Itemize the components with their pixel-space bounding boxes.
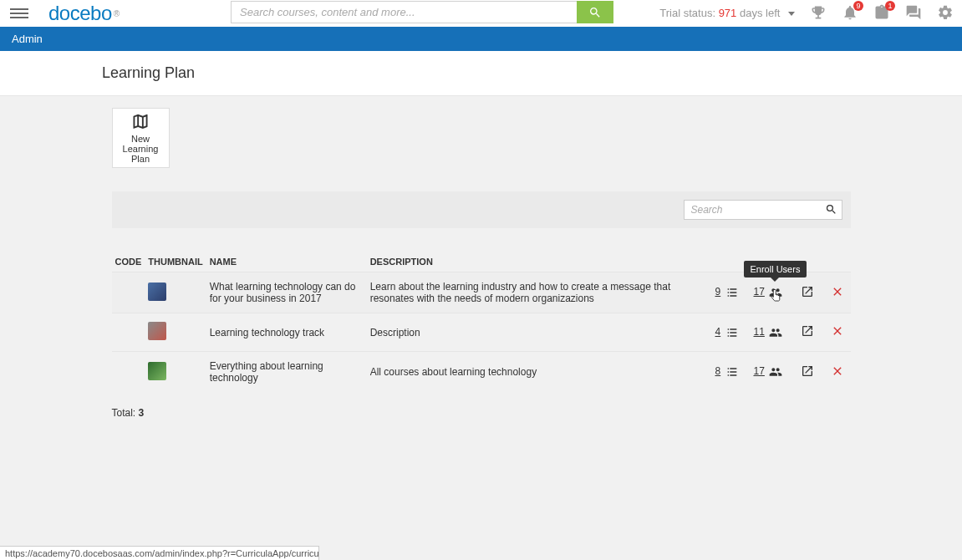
- cell-description: Description: [367, 313, 712, 352]
- page-body: Learning Plan New Learning Plan CODE THU…: [0, 51, 962, 560]
- delete-button[interactable]: [827, 352, 851, 393]
- notification-badge: 9: [853, 1, 863, 11]
- users-icon: [769, 286, 782, 299]
- courses-count-button[interactable]: 4: [712, 313, 751, 352]
- edit-button[interactable]: [797, 313, 827, 352]
- table-row: What learning technology can do for your…: [112, 272, 851, 313]
- menu-toggle-icon[interactable]: [10, 4, 28, 23]
- list-icon: [725, 286, 739, 299]
- cell-name: What learning technology can do for your…: [206, 272, 367, 313]
- col-description[interactable]: DESCRIPTION: [367, 252, 712, 272]
- learning-plan-table: CODE THUMBNAIL NAME DESCRIPTION What lea…: [112, 252, 851, 392]
- thumbnail-image: [148, 362, 166, 380]
- cell-description: Learn about the learning industry and ho…: [367, 272, 712, 313]
- trial-status[interactable]: Trial status: 971 days left: [659, 7, 795, 19]
- table-header-row: CODE THUMBNAIL NAME DESCRIPTION: [112, 252, 851, 272]
- table-row: Learning technology track Description 4 …: [112, 313, 851, 352]
- thumbnail-image: [148, 322, 166, 340]
- col-name[interactable]: NAME: [206, 252, 367, 272]
- cell-code: [112, 313, 145, 352]
- breadcrumb-bar: Admin: [0, 27, 962, 51]
- new-learning-plan-button[interactable]: New Learning Plan: [112, 108, 170, 168]
- users-icon: [769, 326, 782, 339]
- gear-icon[interactable]: [937, 4, 954, 21]
- users-icon: [769, 365, 782, 379]
- table-row: Everything about learning technology All…: [112, 352, 851, 393]
- open-edit-icon: [801, 285, 814, 298]
- top-bar: docebo® Trial status: 971 days left 9 1: [0, 0, 962, 27]
- map-icon: [127, 112, 154, 131]
- cell-name: Learning technology track: [206, 313, 367, 352]
- breadcrumb-admin[interactable]: Admin: [12, 33, 43, 45]
- close-icon: [831, 364, 844, 378]
- new-learning-plan-label: New Learning Plan: [116, 134, 165, 164]
- cell-name: Everything about learning technology: [206, 352, 367, 393]
- list-icon: [725, 326, 739, 339]
- cell-description: All courses about learning technology: [367, 352, 712, 393]
- search-icon: [588, 6, 602, 19]
- bell-icon[interactable]: 9: [842, 4, 858, 21]
- global-search: [231, 1, 613, 23]
- search-icon[interactable]: [825, 203, 837, 216]
- open-edit-icon: [801, 324, 814, 338]
- table-toolbar: [112, 191, 851, 228]
- page-title: Learning Plan: [0, 51, 962, 96]
- list-icon: [725, 365, 739, 379]
- thumbnail-image: [148, 283, 166, 301]
- brand-logo[interactable]: docebo®: [48, 2, 120, 25]
- cell-code: [112, 272, 145, 313]
- col-thumbnail[interactable]: THUMBNAIL: [145, 252, 206, 272]
- clipboard-badge: 1: [885, 1, 895, 11]
- delete-button[interactable]: [827, 313, 851, 352]
- cell-code: [112, 352, 145, 393]
- enroll-users-button[interactable]: 11: [751, 313, 797, 352]
- col-code[interactable]: CODE: [112, 252, 145, 272]
- delete-button[interactable]: [827, 272, 851, 313]
- chevron-down-icon: [788, 12, 795, 16]
- close-icon: [831, 285, 844, 298]
- total-count: Total: 3: [112, 407, 851, 419]
- table-search: [684, 200, 842, 220]
- chat-icon[interactable]: [905, 4, 922, 21]
- courses-count-button[interactable]: 8: [712, 352, 751, 393]
- tooltip-enroll-users: Enroll Users: [744, 261, 807, 277]
- courses-count-button[interactable]: 9: [712, 272, 751, 313]
- edit-button[interactable]: [797, 352, 827, 393]
- table-search-input[interactable]: [684, 200, 842, 220]
- top-icon-bar: 9 1: [810, 4, 954, 21]
- open-edit-icon: [801, 364, 814, 378]
- global-search-input[interactable]: [231, 1, 577, 23]
- browser-status-bar: https://academy70.docebosaas.com/admin/i…: [0, 546, 319, 560]
- trophy-icon[interactable]: [810, 4, 827, 21]
- enroll-users-button[interactable]: 17: [751, 352, 797, 393]
- global-search-button[interactable]: [577, 1, 613, 23]
- edit-button[interactable]: [797, 272, 827, 313]
- main-content: New Learning Plan CODE THUMBNAIL NAME DE…: [112, 96, 851, 419]
- close-icon: [831, 324, 844, 338]
- clipboard-icon[interactable]: 1: [873, 4, 890, 21]
